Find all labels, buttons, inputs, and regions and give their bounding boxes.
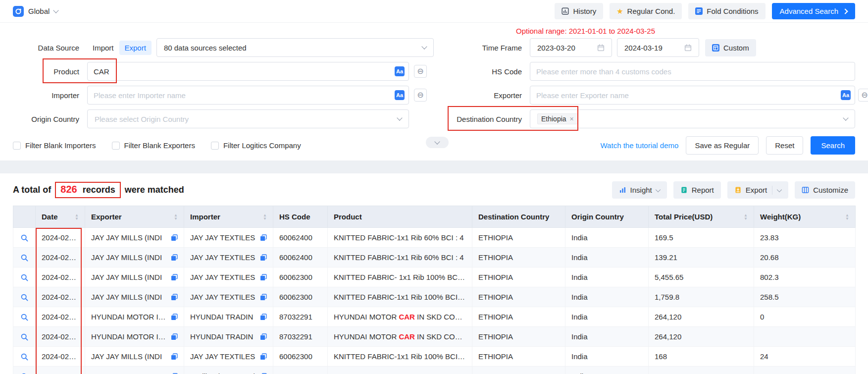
row-product: HYUNDAI MOTOR CAR IN SKD CONDITI <box>334 332 472 341</box>
export-toggle[interactable]: Export <box>119 41 152 55</box>
filter-blank-importers-checkbox[interactable]: Filter Blank Importers <box>13 141 96 150</box>
collapse-conditions-button[interactable] <box>426 137 449 148</box>
header-exporter[interactable]: Exporter▲▼ <box>85 206 184 228</box>
copy-icon[interactable] <box>171 333 178 340</box>
advanced-search-button[interactable]: Advanced Search <box>772 3 855 19</box>
copy-icon[interactable] <box>260 294 267 301</box>
product-input[interactable] <box>87 62 409 81</box>
copy-icon[interactable] <box>260 234 267 241</box>
row-destination-country: ETHIOPIA <box>478 313 513 321</box>
tag-close-icon[interactable]: × <box>570 115 574 122</box>
regular-cond-button[interactable]: ★ Regular Cond. <box>610 3 682 19</box>
data-source-select[interactable]: 80 data sources selected <box>156 38 434 57</box>
table-row: 2024-02-16 HYUNDAI MOTOR IND HYUNDAI TRA… <box>13 307 856 327</box>
row-weight: 258.5 <box>760 293 779 301</box>
reset-button[interactable]: Reset <box>766 136 803 155</box>
results-table: Date▲▼ Exporter▲▼ Importer▲▼ HS Code Pro… <box>13 206 855 374</box>
destination-country-label: Destination Country <box>448 115 522 123</box>
origin-country-placeholder: Please select Origin Country <box>95 115 398 123</box>
copy-icon[interactable] <box>260 314 267 321</box>
summary-prefix: A total of <box>13 185 51 195</box>
region-selector[interactable]: Global <box>13 6 58 17</box>
divider <box>772 186 772 195</box>
row-search-icon[interactable] <box>20 234 29 242</box>
row-importer: JAY JAY TEXTILES <box>190 352 255 361</box>
exclude-filter-icon[interactable]: ⊖ <box>858 89 868 102</box>
insight-button[interactable]: Insight <box>612 181 667 199</box>
copy-icon[interactable] <box>260 274 267 281</box>
row-exporter: CADILA PHARMACEUT <box>91 372 168 374</box>
copy-icon[interactable] <box>260 333 267 340</box>
header-weight[interactable]: Weight(KG)▲▼ <box>754 206 856 228</box>
destination-country-select[interactable]: Ethiopia × <box>530 109 855 128</box>
data-source-value: 80 data sources selected <box>164 44 422 52</box>
translate-icon[interactable]: Aa <box>841 90 851 100</box>
region-label: Global <box>28 7 50 15</box>
records-word: records <box>83 185 115 195</box>
row-total-price: 139.21 <box>655 253 677 262</box>
hs-code-input[interactable] <box>530 62 855 81</box>
row-search-icon[interactable] <box>20 353 29 361</box>
save-as-regular-button[interactable]: Save as Regular <box>686 136 759 155</box>
origin-country-select[interactable]: Please select Origin Country <box>87 109 409 128</box>
export-icon <box>734 186 742 194</box>
row-search-icon[interactable] <box>20 254 29 262</box>
filter-logistics-company-checkbox[interactable]: Filter Logitics Company <box>211 141 301 150</box>
copy-icon[interactable] <box>171 294 178 301</box>
header-origin-country: Origin Country <box>565 206 649 228</box>
date-start-input[interactable]: 2023-03-20 <box>530 38 612 57</box>
history-button[interactable]: History <box>555 3 603 19</box>
row-search-icon[interactable] <box>20 333 29 341</box>
row-hs-code: 60062300 <box>279 293 312 301</box>
calendar-icon <box>684 44 692 52</box>
exclude-filter-icon[interactable]: ⊖ <box>414 89 427 102</box>
exporter-input[interactable] <box>530 86 855 105</box>
translate-icon[interactable]: Aa <box>395 90 405 100</box>
table-row: 2024-02-17 JAY JAY MILLS (INDI JAY JAY T… <box>13 267 856 287</box>
exporter-label: Exporter <box>448 91 522 100</box>
tutorial-demo-link[interactable]: Watch the tutorial demo <box>601 141 679 150</box>
row-total-price: 5,455.65 <box>655 273 683 281</box>
fold-conditions-label: Fold Conditions <box>707 7 758 15</box>
row-search-icon[interactable] <box>20 313 29 321</box>
translate-icon[interactable]: Aa <box>395 66 405 76</box>
chevron-down-icon <box>397 115 402 120</box>
customize-label: Customize <box>813 186 848 194</box>
import-toggle[interactable]: Import <box>87 41 119 55</box>
regular-cond-label: Regular Cond. <box>627 7 675 15</box>
row-search-icon[interactable] <box>20 293 29 302</box>
date-end-value: 2024-03-19 <box>624 44 680 52</box>
copy-icon[interactable] <box>171 234 178 241</box>
importer-input[interactable] <box>87 86 409 105</box>
row-product: EHB0247 CADIMOL 500 100x10T E-FLUT <box>334 372 472 374</box>
row-date: 2024-02-17 <box>42 273 80 281</box>
copy-icon[interactable] <box>171 353 178 360</box>
search-button[interactable]: Search <box>811 136 855 155</box>
origin-country-label: Origin Country <box>13 115 79 123</box>
custom-range-button[interactable]: Custom <box>705 39 756 56</box>
filter-blank-exporters-checkbox[interactable]: Filter Blank Exporters <box>112 141 195 150</box>
report-button[interactable]: Report <box>673 181 721 199</box>
export-button[interactable]: Export <box>727 181 788 199</box>
row-origin-country: India <box>571 372 588 374</box>
copy-icon[interactable] <box>260 254 267 261</box>
search-form: Optional range: 2021-01-01 to 2024-03-25… <box>0 23 868 160</box>
chevron-right-icon <box>842 8 848 14</box>
date-end-input[interactable]: 2024-03-19 <box>617 38 699 57</box>
exclude-filter-icon[interactable]: ⊖ <box>414 65 427 78</box>
copy-icon[interactable] <box>171 254 178 261</box>
copy-icon[interactable] <box>171 314 178 321</box>
row-product: HYUNDAI MOTOR CAR IN SKD CONDITI <box>334 313 472 321</box>
header-date[interactable]: Date▲▼ <box>36 206 85 228</box>
customize-button[interactable]: Customize <box>795 181 855 199</box>
header-destination-country: Destination Country <box>472 206 565 228</box>
header-product: Product <box>328 206 472 228</box>
row-search-icon[interactable] <box>20 273 29 282</box>
copy-icon[interactable] <box>260 353 267 360</box>
date-start-value: 2023-03-20 <box>537 44 593 52</box>
header-importer[interactable]: Importer▲▼ <box>184 206 273 228</box>
copy-icon[interactable] <box>171 274 178 281</box>
export-label: Export <box>746 186 767 194</box>
header-total-price[interactable]: Total Price(USD)▲▼ <box>649 206 754 228</box>
fold-conditions-button[interactable]: Fold Conditions <box>688 3 765 19</box>
